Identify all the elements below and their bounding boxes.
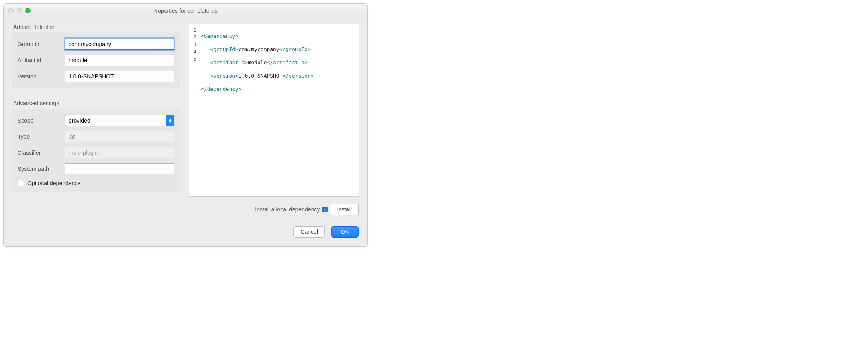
artifact-definition-header: Artifact Definition: [13, 24, 180, 30]
type-row: Type: [18, 131, 174, 142]
window-controls: [8, 8, 31, 13]
dialog-buttons: Cancel OK: [12, 226, 359, 238]
scope-select[interactable]: [65, 115, 174, 126]
xml-tag: </version>: [283, 73, 314, 79]
xml-tag: </groupId>: [279, 46, 311, 52]
group-id-label: Group id: [18, 41, 65, 47]
xml-body: <dependency> <groupId>com.mycompany</gro…: [198, 24, 316, 196]
line-number: 2: [191, 34, 196, 41]
left-column: Artifact Definition Group id Artifact id…: [12, 24, 180, 197]
install-row: Install a local dependency i Install: [12, 204, 359, 215]
system-path-label: System path: [18, 166, 65, 172]
group-id-row: Group id: [18, 39, 174, 50]
line-number: 5: [191, 55, 196, 63]
xml-tag: <version>: [210, 73, 238, 79]
optional-dependency-label: Optional dependency: [27, 180, 80, 186]
optional-dependency-row: Optional dependency: [18, 180, 174, 186]
artifact-definition-panel: Group id Artifact id Version: [12, 33, 180, 88]
xml-tag: </dependency>: [201, 86, 242, 92]
ok-button[interactable]: OK: [331, 226, 359, 238]
right-column: 1 2 3 4 5 <dependency> <groupId>com.myco…: [189, 24, 359, 197]
optional-dependency-checkbox[interactable]: [18, 180, 24, 186]
xml-preview[interactable]: 1 2 3 4 5 <dependency> <groupId>com.myco…: [189, 24, 359, 197]
line-number: 3: [191, 41, 196, 48]
xml-tag: <artifactId>: [210, 59, 248, 66]
group-id-input[interactable]: [65, 39, 174, 50]
xml-text: 1.0.0-SNAPSHOT: [238, 73, 283, 79]
advanced-settings-header: Advanced settings: [13, 100, 180, 106]
artifact-id-input[interactable]: [65, 55, 174, 66]
artifact-id-row: Artifact id: [18, 55, 174, 66]
system-path-input[interactable]: [65, 163, 174, 174]
scope-select-value[interactable]: [65, 115, 166, 126]
xml-tag: </artifactId>: [267, 59, 308, 66]
dialog-footer: Install a local dependency i Install Can…: [4, 200, 367, 246]
artifact-definition-section: Artifact Definition Group id Artifact id…: [12, 24, 180, 88]
type-input: [65, 131, 174, 142]
scope-label: Scope: [18, 117, 65, 124]
titlebar: Properties for correlate-api: [4, 4, 367, 18]
advanced-settings-panel: Scope Type: [12, 109, 180, 192]
xml-tag: <dependency>: [201, 33, 238, 39]
dialog-content: Artifact Definition Group id Artifact id…: [4, 18, 367, 200]
line-number: 4: [191, 48, 196, 55]
cancel-button[interactable]: Cancel: [293, 226, 325, 238]
classifier-label: Classifier: [18, 149, 65, 156]
install-hint: Install a local dependency: [255, 206, 320, 213]
type-label: Type: [18, 133, 65, 140]
dialog-window: Properties for correlate-api Artifact De…: [3, 3, 368, 247]
minimize-window-button[interactable]: [17, 8, 22, 13]
version-label: Version: [18, 73, 65, 80]
xml-gutter: 1 2 3 4 5: [189, 24, 198, 196]
xml-text: module: [248, 59, 267, 66]
advanced-settings-section: Advanced settings Scope: [12, 100, 180, 192]
version-input[interactable]: [65, 71, 174, 82]
classifier-input: [65, 147, 174, 158]
system-path-row: System path: [18, 163, 174, 174]
maximize-window-button[interactable]: [25, 8, 31, 13]
version-row: Version: [18, 71, 174, 82]
xml-text: com.mycompany: [238, 46, 279, 52]
scope-select-stepper-icon[interactable]: [166, 115, 174, 126]
close-window-button[interactable]: [8, 8, 14, 13]
install-button[interactable]: Install: [330, 204, 359, 215]
line-number: 1: [191, 27, 196, 34]
info-icon[interactable]: i: [322, 207, 328, 212]
window-title: Properties for correlate-api: [4, 8, 367, 14]
scope-row: Scope: [18, 115, 174, 126]
classifier-row: Classifier: [18, 147, 174, 158]
xml-tag: <groupId>: [210, 46, 238, 52]
artifact-id-label: Artifact id: [18, 57, 65, 63]
